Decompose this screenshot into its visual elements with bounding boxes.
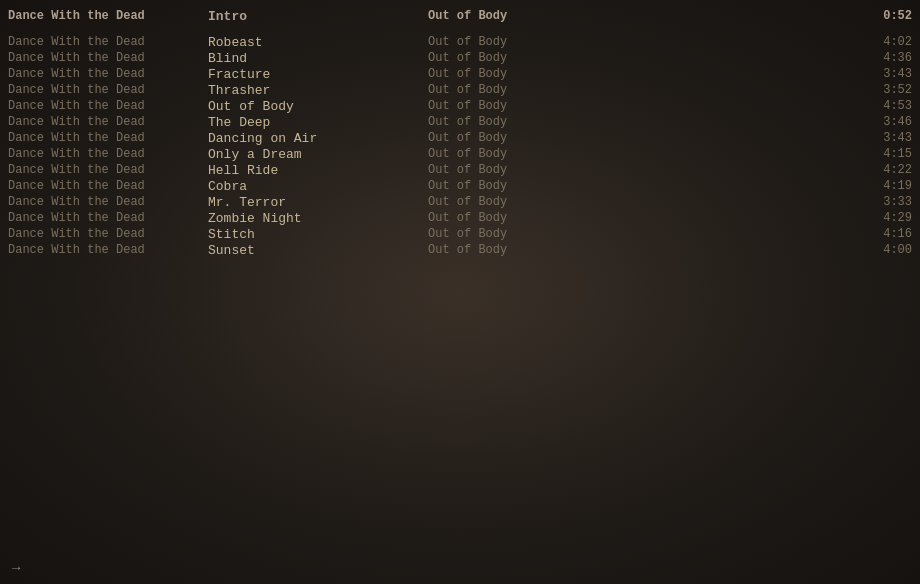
header-artist: Dance With the Dead	[8, 9, 208, 23]
table-row[interactable]: Dance With the DeadMr. TerrorOut of Body…	[0, 194, 920, 210]
track-artist: Dance With the Dead	[8, 195, 208, 209]
track-album: Out of Body	[428, 227, 852, 241]
track-album: Out of Body	[428, 163, 852, 177]
track-artist: Dance With the Dead	[8, 147, 208, 161]
table-row[interactable]: Dance With the DeadBlindOut of Body4:36	[0, 50, 920, 66]
track-title: Thrasher	[208, 83, 428, 98]
track-duration: 4:19	[852, 179, 912, 193]
track-album: Out of Body	[428, 67, 852, 81]
track-artist: Dance With the Dead	[8, 99, 208, 113]
track-album: Out of Body	[428, 211, 852, 225]
table-row[interactable]: Dance With the DeadHell RideOut of Body4…	[0, 162, 920, 178]
track-title: The Deep	[208, 115, 428, 130]
track-list: Dance With the Dead Intro Out of Body 0:…	[0, 0, 920, 34]
track-album: Out of Body	[428, 147, 852, 161]
table-row[interactable]: Dance With the DeadStitchOut of Body4:16	[0, 226, 920, 242]
track-title: Hell Ride	[208, 163, 428, 178]
track-artist: Dance With the Dead	[8, 163, 208, 177]
track-album: Out of Body	[428, 35, 852, 49]
track-title: Cobra	[208, 179, 428, 194]
track-artist: Dance With the Dead	[8, 83, 208, 97]
bottom-arrow: →	[12, 560, 20, 576]
track-artist: Dance With the Dead	[8, 227, 208, 241]
track-album: Out of Body	[428, 195, 852, 209]
track-duration: 4:15	[852, 147, 912, 161]
track-artist: Dance With the Dead	[8, 179, 208, 193]
table-row[interactable]: Dance With the DeadRobeastOut of Body4:0…	[0, 34, 920, 50]
track-title: Stitch	[208, 227, 428, 242]
track-duration: 4:53	[852, 99, 912, 113]
track-duration: 4:02	[852, 35, 912, 49]
track-title: Out of Body	[208, 99, 428, 114]
track-title: Zombie Night	[208, 211, 428, 226]
track-artist: Dance With the Dead	[8, 243, 208, 257]
track-artist: Dance With the Dead	[8, 35, 208, 49]
track-artist: Dance With the Dead	[8, 131, 208, 145]
track-duration: 4:29	[852, 211, 912, 225]
track-artist: Dance With the Dead	[8, 51, 208, 65]
track-duration: 4:00	[852, 243, 912, 257]
table-row[interactable]: Dance With the DeadDancing on AirOut of …	[0, 130, 920, 146]
track-artist: Dance With the Dead	[8, 67, 208, 81]
track-title: Dancing on Air	[208, 131, 428, 146]
track-duration: 3:43	[852, 131, 912, 145]
track-album: Out of Body	[428, 83, 852, 97]
track-duration: 3:52	[852, 83, 912, 97]
track-artist: Dance With the Dead	[8, 115, 208, 129]
track-duration: 3:46	[852, 115, 912, 129]
track-album: Out of Body	[428, 51, 852, 65]
header-title: Intro	[208, 9, 428, 24]
track-album: Out of Body	[428, 115, 852, 129]
track-title: Mr. Terror	[208, 195, 428, 210]
table-row[interactable]: Dance With the DeadSunsetOut of Body4:00	[0, 242, 920, 258]
track-title: Sunset	[208, 243, 428, 258]
track-title: Robeast	[208, 35, 428, 50]
track-duration: 4:36	[852, 51, 912, 65]
table-row[interactable]: Dance With the DeadOut of BodyOut of Bod…	[0, 98, 920, 114]
table-row[interactable]: Dance With the DeadOnly a DreamOut of Bo…	[0, 146, 920, 162]
track-album: Out of Body	[428, 99, 852, 113]
track-duration: 4:22	[852, 163, 912, 177]
track-duration: 3:33	[852, 195, 912, 209]
table-row[interactable]: Dance With the DeadCobraOut of Body4:19	[0, 178, 920, 194]
track-album: Out of Body	[428, 131, 852, 145]
track-rows: Dance With the DeadRobeastOut of Body4:0…	[0, 34, 920, 258]
track-title: Blind	[208, 51, 428, 66]
header-album: Out of Body	[428, 9, 852, 23]
table-row[interactable]: Dance With the DeadThe DeepOut of Body3:…	[0, 114, 920, 130]
header-duration: 0:52	[852, 9, 912, 23]
table-row[interactable]: Dance With the DeadThrasherOut of Body3:…	[0, 82, 920, 98]
table-row[interactable]: Dance With the DeadFractureOut of Body3:…	[0, 66, 920, 82]
track-album: Out of Body	[428, 243, 852, 257]
track-list-header: Dance With the Dead Intro Out of Body 0:…	[0, 8, 920, 24]
table-row[interactable]: Dance With the DeadZombie NightOut of Bo…	[0, 210, 920, 226]
track-title: Only a Dream	[208, 147, 428, 162]
track-duration: 4:16	[852, 227, 912, 241]
track-artist: Dance With the Dead	[8, 211, 208, 225]
track-album: Out of Body	[428, 179, 852, 193]
track-duration: 3:43	[852, 67, 912, 81]
track-title: Fracture	[208, 67, 428, 82]
